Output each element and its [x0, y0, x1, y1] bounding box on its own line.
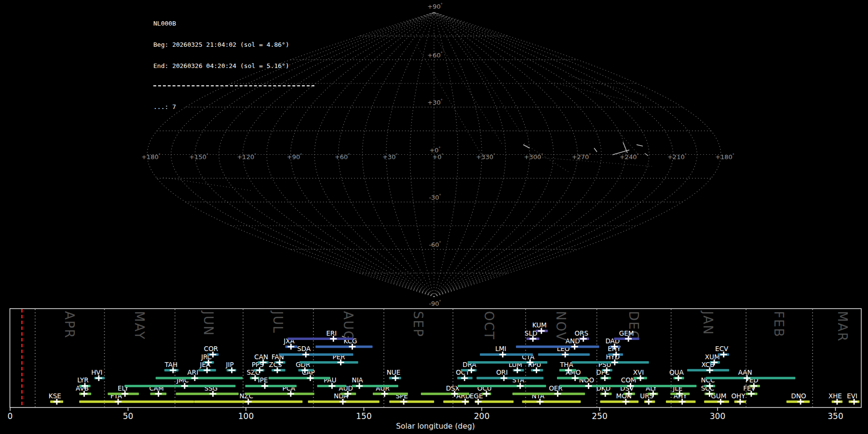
month-label: JAN — [701, 310, 715, 335]
radiant-drift-trail — [452, 27, 521, 133]
map-lon-label: +60° — [335, 153, 350, 161]
shower-bar-PER — [299, 361, 358, 364]
map-lon-label: +30° — [382, 153, 397, 161]
meteor-trail — [637, 145, 643, 146]
shower-bar-CAP — [269, 377, 330, 380]
shower-label-ECV: ECV — [715, 345, 729, 353]
map-lon-label: +0° — [432, 153, 443, 161]
map-lat-label: +60° — [427, 52, 442, 59]
shower-bar-SSG — [176, 393, 239, 395]
shower-label-XHE: XHE — [828, 392, 842, 400]
shower-bar-AAN — [706, 377, 796, 380]
shower-label-ERI: ERI — [326, 329, 337, 337]
shower-bar-SDA — [279, 353, 353, 356]
meteor-trail — [645, 153, 648, 156]
radiant-drift-trail — [569, 76, 647, 95]
shower-label-EVI: EVI — [847, 392, 857, 400]
map-lat-label: +0° — [429, 147, 440, 154]
x-tick-label: 350 — [827, 411, 843, 421]
meteor-trail — [523, 145, 529, 148]
shower-label-QUA: QUA — [669, 368, 684, 376]
map-lon-label: +330° — [476, 153, 495, 161]
shower-label-ORS: ORS — [574, 329, 588, 337]
meteor-trail — [594, 148, 597, 152]
shower-label-DSX: DSX — [446, 384, 460, 392]
shower-label-KSE: KSE — [49, 392, 61, 400]
shower-bar-PCA — [245, 393, 314, 395]
shower-label-LMI: LMI — [495, 345, 506, 353]
shower-bar-COM — [602, 385, 696, 387]
month-label: JUN — [201, 310, 216, 336]
map-lat-label: -30° — [429, 194, 441, 201]
shower-bar-CTA — [468, 361, 547, 364]
month-label: SEP — [411, 311, 425, 338]
shower-label-AND: AND — [566, 337, 580, 345]
map-lon-label: +180° — [141, 153, 161, 161]
shower-label-SDA: SDA — [297, 345, 311, 353]
shower-bar-SPE — [389, 401, 434, 403]
shower-bar-AND — [516, 345, 599, 348]
end-time: End: 20260326 04:20:24 (sol = 5.16°) — [153, 63, 314, 70]
shower-label-COR: COR — [204, 345, 218, 353]
x-tick-label: 250 — [592, 411, 607, 421]
shower-bar-STA — [458, 385, 546, 387]
map-lat-label: -90° — [429, 300, 441, 307]
shower-label-ORI: ORI — [496, 368, 508, 376]
shower-bar-KCG — [315, 345, 372, 348]
station-info: NL000B Beg: 20260325 21:04:02 (sol = 4.8… — [153, 6, 314, 125]
x-tick-label: 0 — [8, 411, 13, 421]
shower-label-TAH: TAH — [164, 361, 178, 368]
shower-bar-GUM — [704, 401, 729, 403]
shower-label-XVI: XVI — [633, 368, 644, 376]
month-label: JUL — [271, 310, 285, 334]
map-lon-label: +120° — [237, 153, 256, 161]
shower-bar-OER — [513, 393, 585, 395]
shower-label-THA: THA — [559, 361, 573, 368]
map-lon-label: +300° — [524, 153, 543, 161]
radiant-drift-trail — [618, 131, 639, 155]
map-lon-label: +150° — [189, 153, 208, 161]
shower-bar-MON — [600, 401, 638, 403]
radiant-drift-trail — [555, 83, 641, 104]
shower-label-AAN: AAN — [738, 368, 752, 376]
separator-line — [153, 85, 314, 86]
shower-bar-IPE — [245, 385, 297, 387]
shower-label-OHY: OHY — [731, 392, 746, 400]
activity-chart: APRMAYJUNJULAUGSEPOCTNOVDECJANFEBMARKSEF… — [8, 309, 861, 431]
meteor-count: ...: 7 — [153, 104, 314, 111]
shower-label-DNO: DNO — [791, 392, 806, 400]
x-tick-label: 150 — [356, 411, 371, 421]
month-label: MAY — [132, 311, 147, 340]
shower-label-NIA: NIA — [352, 376, 364, 384]
shower-bar-FTA — [79, 401, 194, 403]
x-tick-label: 50 — [123, 411, 134, 421]
x-tick-label: 200 — [474, 411, 489, 421]
meteor-station-dashboard: +180°+150°+120°+90°+60°+30°+0°+330°+300°… — [0, 0, 868, 434]
map-lon-label: +240° — [620, 153, 639, 161]
begin-time: Beg: 20260325 21:04:02 (sol = 4.86°) — [153, 41, 314, 49]
shower-bar-ARI — [156, 377, 243, 380]
shower-label-HVI: HVI — [91, 368, 102, 376]
x-axis-title: Solar longitude (deg) — [396, 422, 475, 431]
shower-bar-ERI — [287, 338, 353, 340]
month-label: APR — [62, 311, 77, 339]
shower-label-SLD: SLD — [525, 329, 538, 337]
shower-bar-JMC — [124, 385, 235, 387]
shower-label-CAN: CAN — [254, 353, 268, 361]
shower-label-LYR: LYR — [77, 376, 88, 384]
shower-label-KUM: KUM — [532, 321, 547, 329]
station-id: NL000B — [153, 20, 314, 27]
shower-label-NUE: NUE — [387, 368, 401, 376]
map-meridian — [314, 13, 434, 297]
shower-bar-HYD — [571, 361, 649, 364]
month-label: OCT — [482, 311, 496, 340]
month-label: MAR — [835, 311, 850, 342]
shower-label-GEM: GEM — [619, 329, 634, 337]
map-lat-label: +30° — [427, 99, 442, 106]
shower-bar-LMI — [480, 353, 533, 356]
shower-label-ARI: ARI — [188, 368, 199, 376]
map-lat-label: -60° — [429, 241, 441, 248]
shower-bar-AUR — [373, 393, 408, 395]
x-tick-label: 300 — [710, 411, 725, 421]
radiant-drift-trail — [163, 177, 251, 190]
